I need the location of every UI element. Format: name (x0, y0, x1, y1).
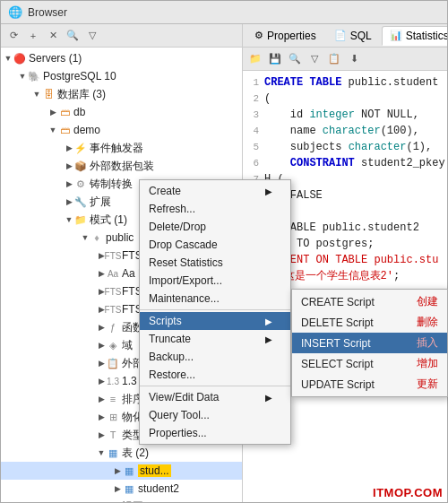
copy-button[interactable]: 📋 (325, 50, 343, 68)
demo-label: demo (73, 124, 100, 136)
search-button[interactable]: 🔍 (64, 27, 82, 45)
extensions-label: 扩展 (90, 195, 111, 210)
databases-toggle: ▼ (31, 89, 42, 100)
pg10-node[interactable]: ▼ 🐘 PostgreSQL 10 (1, 67, 242, 85)
menu-delete-drop[interactable]: Delete/Drop (140, 218, 290, 236)
context-menu: Create ▶ Refresh... Delete/Drop Drop Cas… (139, 179, 291, 445)
tab-properties[interactable]: ⚙ Properties (246, 26, 324, 46)
menu-reset-statistics-label: Reset Statistics (149, 256, 223, 269)
menu-scripts-label: Scripts (149, 315, 182, 327)
servers-label: Servers (1) (29, 52, 82, 65)
demo-icon: 🗃 (58, 124, 71, 136)
submenu-delete-script-label: DELETE Script (301, 317, 374, 329)
db-icon: 🗃 (58, 106, 71, 118)
domains-icon: ◈ (107, 339, 119, 351)
demo-node[interactable]: ▼ 🗃 demo (1, 121, 242, 139)
menu-truncate-arrow: ▶ (265, 334, 272, 344)
databases-node[interactable]: ▼ 🗄 数据库 (3) (1, 85, 242, 103)
fdw-icon: 📦 (74, 160, 87, 172)
databases-icon: 🗄 (42, 88, 55, 100)
menu-refresh[interactable]: Refresh... (140, 200, 290, 218)
menu-backup[interactable]: Backup... (140, 348, 290, 366)
menu-truncate[interactable]: Truncate ▶ (140, 330, 290, 348)
menu-truncate-label: Truncate (149, 333, 191, 345)
delete-button[interactable]: ✕ (44, 27, 62, 45)
fdw-node[interactable]: ▶ 📦 外部数据包装 (1, 157, 242, 175)
menu-properties[interactable]: Properties... (140, 424, 290, 442)
tables-label: 表 (2) (122, 446, 149, 461)
views-label: 视图 (122, 499, 143, 503)
triggers-node[interactable]: ▶ ⚡ 事件触发器 (1, 139, 242, 157)
panel-toolbar: ⟳ + ✕ 🔍 ▽ (1, 24, 242, 48)
submenu-update-script[interactable]: UPDATE Script 更新 (292, 374, 447, 395)
menu-view-edit[interactable]: View/Edit Data ▶ (140, 388, 290, 406)
menu-scripts[interactable]: Scripts ▶ (140, 312, 290, 330)
submenu-select-script-label: SELECT Script (301, 358, 373, 370)
menu-backup-label: Backup... (149, 351, 194, 363)
servers-node[interactable]: ▼ 🔴 Servers (1) (1, 49, 242, 67)
db-toggle: ▶ (47, 107, 58, 117)
views-node[interactable]: ▶ 👁 视图 (1, 498, 242, 502)
title-bar: 🌐 Browser (1, 1, 447, 24)
line-content-2: ( (264, 91, 271, 107)
search-right-button[interactable]: 🔍 (286, 50, 304, 68)
db-node[interactable]: ▶ 🗃 db (1, 103, 242, 121)
domains-toggle: ▶ (96, 340, 107, 351)
menu-maintenance[interactable]: Maintenance... (140, 290, 290, 308)
submenu-select-script[interactable]: SELECT Script 增加 (292, 353, 447, 374)
pg10-label: PostgreSQL 10 (43, 70, 116, 82)
servers-toggle: ▼ (3, 53, 13, 64)
right-toolbar: 📁 💾 🔍 ▽ 📋 ⬇ (243, 48, 447, 71)
menu-query-tool[interactable]: Query Tool... (140, 406, 290, 424)
extensions-icon: 🔧 (74, 195, 87, 208)
line-num-6: 6 (243, 155, 264, 171)
menu-drop-cascade[interactable]: Drop Cascade (140, 236, 290, 254)
filter-button[interactable]: ▽ (83, 27, 101, 45)
tab-statistics[interactable]: 📊 Statistics (382, 26, 447, 46)
menu-create[interactable]: Create ▶ (140, 182, 290, 200)
line-num-3: 3 (243, 107, 264, 123)
line-content-1: CREATE TABLE public.student (264, 74, 438, 91)
mat-views-toggle: ▶ (96, 412, 107, 422)
tables-node[interactable]: ▼ ▦ 表 (2) (1, 444, 242, 462)
menu-restore[interactable]: Restore... (140, 366, 290, 384)
sql-line-6: 6 CONSTRAINT student2_pkey (243, 155, 447, 171)
tab-statistics-label: Statistics (406, 30, 447, 42)
line-num-4: 4 (243, 123, 264, 139)
stud-label: stud... (138, 464, 171, 477)
tab-sql[interactable]: 📄 SQL (326, 26, 380, 46)
cast-icon: ⚙ (74, 178, 87, 190)
download-button[interactable]: ⬇ (345, 50, 363, 68)
servers-icon: 🔴 (13, 52, 26, 65)
fts-dict-icon: Aa (107, 267, 119, 280)
db-label: db (73, 106, 85, 118)
menu-reset-statistics[interactable]: Reset Statistics (140, 254, 290, 272)
save-button[interactable]: 💾 (266, 50, 284, 68)
add-button[interactable]: + (24, 27, 42, 45)
sequences-toggle: ▶ (96, 376, 107, 386)
submenu-delete-script[interactable]: DELETE Script 删除 (292, 312, 447, 333)
aggregates-icon: ƒ (107, 321, 119, 334)
domains-label: 域 (122, 338, 133, 353)
menu-import-export[interactable]: Import/Export... (140, 272, 290, 290)
line-num-5: 5 (243, 139, 264, 155)
tab-sql-label: SQL (350, 30, 372, 42)
title-bar-text: Browser (28, 6, 67, 19)
fts-config-icon: FTS (107, 249, 119, 262)
student2-node[interactable]: ▶ ▦ student2 (1, 480, 242, 498)
sql-line-2: 2 ( (243, 91, 447, 107)
submenu-insert-script[interactable]: INSERT Script 插入 (292, 333, 447, 353)
menu-drop-cascade-label: Drop Cascade (149, 238, 218, 251)
rules-icon: ≡ (107, 393, 119, 405)
sql-line-4: 4 name character(100), (243, 123, 447, 139)
cast-toggle: ▶ (64, 178, 74, 189)
submenu-create-script[interactable]: CREATE Script 创建 (292, 291, 447, 312)
stud-node[interactable]: ▶ ▦ stud... (1, 462, 242, 480)
filter-right-button[interactable]: ▽ (306, 50, 323, 68)
folder-button[interactable]: 📁 (246, 50, 264, 68)
line-content-4: name character(100), (264, 123, 419, 139)
fdw-toggle: ▶ (64, 160, 74, 171)
pg10-toggle: ▼ (17, 71, 28, 82)
aggregates-toggle: ▶ (96, 322, 107, 333)
refresh-button[interactable]: ⟳ (4, 27, 22, 45)
